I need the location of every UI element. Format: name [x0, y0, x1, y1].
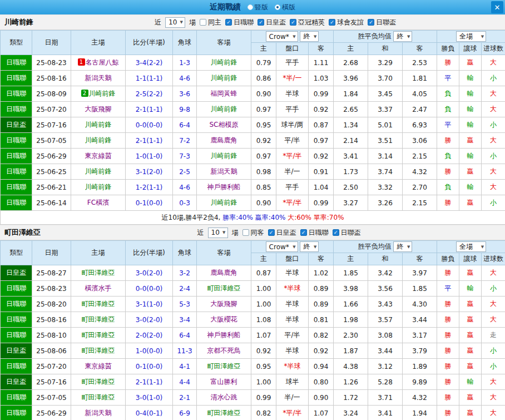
checkbox-icon: ✓	[258, 19, 264, 26]
away-team-link[interactable]: 鹿島鹿角	[211, 136, 237, 144]
home-team-link[interactable]: 名古屋八鯨	[86, 58, 119, 66]
rank-badge: 1	[78, 58, 85, 66]
dialog-title: 近期戰績	[210, 2, 241, 12]
filter-checkbox[interactable]: ✓亞冠精英	[290, 18, 325, 27]
filter-checkbox[interactable]: ✓日聯盃	[333, 228, 361, 238]
away-team-link[interactable]: 川崎前鋒	[211, 74, 237, 82]
match-row: 日職聯 25-06-14 FC橫濱 0-1(0-0) 0-3 川崎前鋒 0.90…	[1, 195, 505, 211]
avg-away-cell: 3.17	[403, 328, 437, 343]
home-team-cell: 橫濱水手	[71, 281, 126, 297]
away-team-link[interactable]: 清水心跳	[211, 393, 237, 401]
avg-draw-cell: 5.28	[368, 374, 403, 390]
away-team-cell: 福岡黃蜂	[197, 86, 251, 102]
home-team-link[interactable]: 町田澤維亞	[82, 331, 115, 339]
league-cell: 日職聯	[1, 281, 32, 297]
home-team-link[interactable]: 町田澤維亞	[82, 300, 115, 308]
bookmaker-select[interactable]: Crow*▼	[266, 31, 298, 42]
away-team-link[interactable]: 大阪櫻花	[211, 315, 237, 323]
home-team-link[interactable]: 川崎前鋒	[85, 167, 112, 175]
handicap-result-cell: 贏	[459, 390, 482, 406]
home-team-link[interactable]: 町田澤維亞	[82, 393, 115, 401]
avg-home-cell: 2.65	[334, 102, 368, 117]
away-team-link[interactable]: SC相模原	[210, 121, 239, 129]
final-odds-select[interactable]: 終▼	[300, 241, 319, 252]
filter-checkbox[interactable]: ✓日職聯	[225, 18, 254, 27]
radio-vertical-layout[interactable]: 豎版	[247, 3, 268, 12]
header-row-1: 類型 日期 主場 比分(半場) 角球 客場 Crow*▼ 終▼ 胜平负均值 終▼…	[1, 31, 505, 43]
corner-cell: 6-9	[173, 406, 197, 420]
avg-away-cell: 3.44	[403, 312, 437, 328]
home-team-link[interactable]: 川崎前鋒	[85, 121, 112, 129]
avg-final-select[interactable]: 終▼	[393, 31, 412, 42]
away-team-link[interactable]: 神戶勝利船	[207, 183, 241, 191]
handicap-cell: 平手	[276, 102, 309, 117]
filter-checkbox[interactable]: ✓日聯盃	[368, 18, 396, 27]
home-team-link[interactable]: 川崎前鋒	[85, 183, 112, 191]
avg-away-cell: 4.05	[403, 86, 437, 102]
fulltime-select[interactable]: 全場▼	[456, 31, 486, 42]
home-team-link[interactable]: 川崎前鋒	[89, 90, 116, 97]
bookmaker-select[interactable]: Crow*▼	[266, 241, 298, 252]
summary-stat: 贏率:40%	[255, 214, 286, 221]
away-team-link[interactable]: 川崎前鋒	[211, 152, 237, 160]
recent-count-select[interactable]: 10▼	[208, 228, 228, 238]
home-team-link[interactable]: 新潟天鵝	[85, 409, 112, 417]
goals-cell: 大	[482, 312, 505, 328]
home-team-link[interactable]: 町田澤維亞	[82, 378, 115, 386]
home-team-link[interactable]: 町田澤維亞	[82, 315, 115, 323]
away-team-link[interactable]: 大阪飛腳	[211, 300, 237, 308]
fulltime-select[interactable]: 全場▼	[456, 241, 486, 252]
avg-away-cell: 2.70	[403, 180, 437, 195]
avg-final-select[interactable]: 終▼	[393, 241, 412, 252]
home-team-link[interactable]: 町田澤維亞	[82, 347, 115, 354]
away-team-link[interactable]: 福岡黃蜂	[211, 90, 237, 97]
home-team-link[interactable]: 東京綠茵	[85, 152, 112, 160]
col-header-avg-away: 客	[403, 43, 437, 55]
away-odds-cell: 0.89	[309, 281, 334, 297]
home-team-link[interactable]: 新潟天鵝	[85, 74, 112, 82]
home-team-link[interactable]: 大阪飛腳	[85, 105, 112, 113]
home-team-link[interactable]: 町田澤維亞	[82, 269, 115, 276]
score-cell: 3-1(2-0)	[126, 164, 173, 180]
away-team-link[interactable]: 新潟天鵝	[211, 167, 237, 175]
col-header-type: 類型	[1, 241, 32, 265]
recent-count-select[interactable]: 10▼	[165, 17, 185, 28]
match-row: 日職聯 25-08-16 新潟天鵝 1-1(1-1) 4-6 川崎前鋒 0.86…	[1, 71, 505, 86]
col-header-handicap: 盤口	[276, 253, 309, 265]
col-header-handicap-result: 讓球	[459, 43, 482, 55]
league-cell: 日職聯	[1, 195, 32, 211]
match-row: 日皇盃 25-08-27 町田澤維亞 3-0(2-0) 3-2 鹿島鹿角 0.8…	[1, 265, 505, 281]
result-cell: 勝	[437, 343, 459, 359]
final-odds-select[interactable]: 終▼	[300, 31, 319, 42]
filter-checkbox[interactable]: ✓日皇盃	[268, 228, 296, 238]
filter-checkbox[interactable]: ✓日職聯	[300, 228, 329, 238]
filter-checkbox[interactable]: ✓日皇盃	[258, 18, 286, 27]
away-team-link[interactable]: 町田澤維亞	[207, 284, 241, 292]
home-team-link[interactable]: 川崎前鋒	[85, 136, 112, 144]
chevron-down-icon: ▼	[314, 245, 316, 249]
filter-checkbox[interactable]: ✓球會友誼	[329, 18, 364, 27]
radio-horizontal-layout[interactable]: 橫版	[275, 3, 295, 12]
close-button[interactable]: ✕	[491, 1, 503, 13]
away-team-link[interactable]: 神戶勝利船	[207, 331, 241, 339]
avg-away-cell: 2.53	[403, 55, 437, 71]
filter-checkbox[interactable]: 同主	[200, 18, 221, 27]
filter-checkbox[interactable]: 同客	[242, 228, 264, 238]
away-odds-cell: 0.80	[309, 374, 334, 390]
away-team-link[interactable]: 町田澤維亞	[207, 409, 241, 417]
avg-away-cell: 6.93	[403, 117, 437, 133]
away-team-link[interactable]: 富山勝利	[211, 378, 237, 386]
home-team-link[interactable]: 東京綠茵	[85, 362, 112, 370]
away-odds-cell: 1.02	[309, 265, 334, 281]
home-team-link[interactable]: FC橫濱	[87, 199, 109, 206]
away-team-link[interactable]: 京都不死鳥	[207, 347, 241, 354]
away-team-link[interactable]: 鹿島鹿角	[211, 269, 237, 276]
away-team-link[interactable]: 町田澤維亞	[207, 362, 241, 370]
away-team-link[interactable]: 川崎前鋒	[211, 105, 237, 113]
home-team-link[interactable]: 橫濱水手	[85, 284, 112, 292]
away-team-link[interactable]: 川崎前鋒	[211, 58, 237, 66]
checkbox-icon: ✓	[333, 229, 339, 236]
away-team-link[interactable]: 川崎前鋒	[211, 199, 237, 206]
handicap-cell: *平/半	[276, 149, 309, 164]
home-odds-cell: 0.99	[251, 390, 276, 406]
